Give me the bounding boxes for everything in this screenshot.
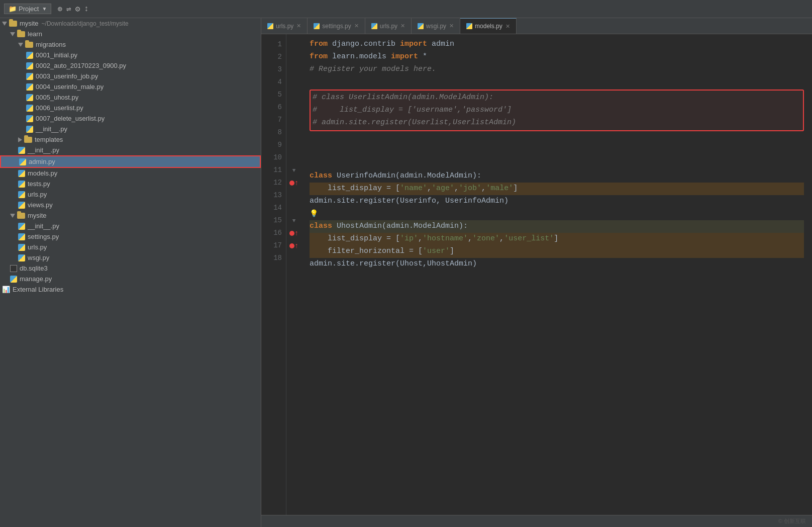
sidebar-item-0001[interactable]: 0001_initial.py [0, 50, 261, 60]
sidebar-item-urls-learn[interactable]: urls.py [0, 189, 261, 200]
sidebar-item-mysite-root[interactable]: mysite ~/Downloads/django_test/mysite [0, 18, 261, 29]
sidebar-item-0004[interactable]: 0004_userinfo_male.py [0, 81, 261, 92]
sidebar-item-learn[interactable]: learn [0, 29, 261, 39]
gutter-15: ▼ [288, 214, 299, 227]
code-line-18: admin.site.register(Uhost,UhostAdmin) [310, 258, 804, 271]
code-text: * [423, 51, 427, 63]
sidebar-item-wsgi[interactable]: wsgi.py [0, 252, 261, 263]
sidebar-item-templates[interactable]: templates [0, 134, 261, 145]
py-file-icon [26, 94, 33, 101]
gear-icon[interactable]: ⚙ [75, 4, 80, 14]
target-icon[interactable]: ⊕ [57, 4, 62, 14]
tab-urls-2[interactable]: urls.py ✕ [365, 18, 412, 34]
code-text: admin [432, 38, 454, 51]
fold-icon[interactable]: ▼ [292, 167, 296, 173]
tab-wsgi[interactable]: wsgi.py ✕ [412, 18, 460, 34]
line-num-13: 13 [261, 189, 282, 202]
sync-icon[interactable]: ⇌ [66, 4, 71, 14]
keyword: import [400, 38, 427, 51]
tab-close-icon[interactable]: ✕ [505, 23, 510, 30]
gutter-9 [288, 139, 299, 151]
sidebar-item-db[interactable]: db.sqlite3 [0, 263, 261, 274]
bulb-icon[interactable]: 💡 [310, 208, 318, 220]
file-label: models.py [28, 169, 57, 177]
breakpoint-dot[interactable] [289, 181, 294, 186]
keyword: from [310, 38, 328, 51]
sidebar-item-init-migrations[interactable]: __init__.py [0, 124, 261, 134]
sidebar-item-0005[interactable]: 0005_uhost.py [0, 92, 261, 103]
gutter-1 [288, 38, 299, 51]
sidebar-item-init-learn[interactable]: __init__.py [0, 145, 261, 155]
sidebar-item-0002[interactable]: 0002_auto_20170223_0900.py [0, 60, 261, 71]
tab-label: models.py [475, 23, 502, 30]
tab-close-icon[interactable]: ✕ [449, 23, 454, 29]
tab-close-icon[interactable]: ✕ [354, 23, 359, 29]
gutter-3 [288, 63, 299, 76]
file-label: 0002_auto_20170223_0900.py [36, 62, 126, 69]
keyword: class [310, 170, 332, 183]
sidebar-item-models[interactable]: models.py [0, 168, 261, 179]
file-label: 0001_initial.py [36, 51, 77, 59]
sidebar-item-0006[interactable]: 0006_userlist.py [0, 103, 261, 113]
fold-icon[interactable]: ▼ [292, 218, 296, 224]
code-comment: # admin.site.register(Userlist,UserlistA… [313, 117, 516, 129]
project-dropdown[interactable]: 📁 Project ▼ [4, 4, 51, 14]
string-val: 'job' [459, 183, 481, 195]
line-num-8: 8 [261, 126, 282, 139]
py-file-icon [26, 126, 33, 133]
layout-icon[interactable]: ↕ [84, 5, 89, 14]
chart-icon: 📊 [2, 286, 10, 293]
line-num-1: 1 [261, 38, 282, 51]
line-num-9: 9 [261, 139, 282, 151]
status-bar: © 创新互联 [261, 515, 812, 527]
sidebar-item-urls-mysite[interactable]: urls.py [0, 242, 261, 252]
code-text: , [468, 233, 472, 245]
sidebar-item-manage[interactable]: manage.py [0, 274, 261, 284]
line-num-5: 5 [261, 89, 282, 101]
tab-models[interactable]: models.py ✕ [460, 18, 517, 34]
code-text: UhostAdmin(admin.ModelAdmin): [337, 220, 468, 233]
tab-label: urls.py [276, 23, 293, 30]
code-text: admin.site.register(Uhost,UhostAdmin) [310, 258, 477, 271]
sidebar-item-migrations[interactable]: migrations [0, 39, 261, 50]
code-line-1: from django.contrib import admin [310, 38, 804, 51]
code-content[interactable]: from django.contrib import admin from le… [301, 34, 812, 515]
py-file-icon [18, 147, 25, 154]
folder-label: learn [28, 30, 42, 38]
sidebar-item-admin[interactable]: admin.py [0, 155, 261, 168]
top-bar: 📁 Project ▼ ⊕ ⇌ ⚙ ↕ [0, 0, 812, 18]
tab-icon [314, 23, 320, 29]
code-text: learn.models [332, 51, 386, 63]
tab-icon [371, 23, 377, 29]
sidebar-item-0003[interactable]: 0003_userinfo_job.py [0, 71, 261, 81]
sidebar-item-mysite-folder[interactable]: mysite [0, 210, 261, 221]
tab-urls-1[interactable]: urls.py ✕ [261, 18, 308, 34]
py-file-icon [18, 202, 25, 209]
code-line-3: # Register your models here. [310, 63, 804, 76]
breakpoint-dot[interactable] [289, 231, 294, 236]
tab-close-icon[interactable]: ✕ [400, 23, 405, 29]
sidebar-item-init-mysite[interactable]: __init__.py [0, 221, 261, 231]
sidebar-item-tests[interactable]: tests.py [0, 179, 261, 189]
folder-icon [24, 137, 32, 143]
code-comment: # Register your models here. [310, 63, 436, 76]
tab-close-icon[interactable]: ✕ [296, 23, 301, 29]
code-line-2: from learn.models import * [310, 51, 804, 63]
breakpoint-dot[interactable] [289, 243, 294, 248]
file-label: 0004_userinfo_male.py [36, 83, 104, 91]
arrow-up-icon: ↑ [294, 242, 298, 250]
py-file-icon [10, 276, 17, 283]
code-comment: # class UserlistAdmin(admin.ModelAdmin): [313, 92, 493, 104]
code-line-15: class UhostAdmin(admin.ModelAdmin): [310, 220, 804, 233]
sidebar-item-settings[interactable]: settings.py [0, 231, 261, 242]
code-text: list_display = [ [310, 233, 400, 245]
sidebar-item-views[interactable]: views.py [0, 200, 261, 210]
gutter-12: ↑ [288, 177, 299, 189]
string-val: 'zone' [472, 233, 499, 245]
sidebar-item-external[interactable]: 📊 External Libraries [0, 284, 261, 295]
tab-settings[interactable]: settings.py ✕ [308, 18, 365, 34]
expand-icon [18, 137, 22, 142]
sidebar-item-0007[interactable]: 0007_delete_userlist.py [0, 113, 261, 124]
sidebar: mysite ~/Downloads/django_test/mysite le… [0, 18, 261, 527]
file-label: __init__.py [36, 125, 67, 133]
